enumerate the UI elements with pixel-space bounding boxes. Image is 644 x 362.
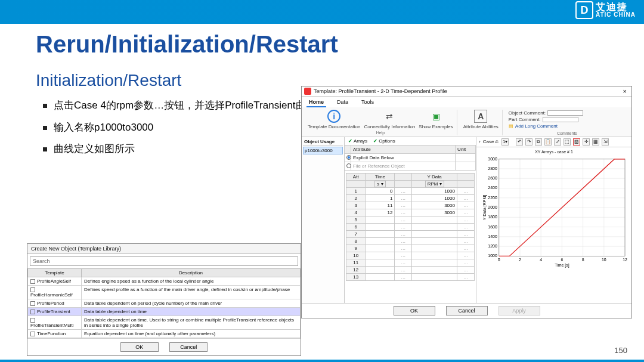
template-doc-button[interactable]: i Template Documentation [308,110,361,129]
data-row[interactable]: 12…… [346,266,475,273]
data-row[interactable]: 7…… [346,230,475,237]
object-usage-header: Object Usage [303,138,343,146]
ok-button[interactable]: OK [394,306,435,315]
data-row[interactable]: 311…3000… [346,202,475,209]
show-examples-button[interactable]: ▣ Show Examples [419,110,453,129]
ydata-unit-select[interactable]: RPM ▾ [425,181,444,187]
brand-cn: 艾迪捷 [596,2,636,12]
group-comments: Comments [557,131,577,135]
tab-data[interactable]: Data [335,98,351,107]
template-row[interactable]: ProfilePeriodData table dependent on per… [28,299,301,308]
col-description: Description [82,269,301,277]
header-bar: D 艾迪捷 ATIC CHINA [0,0,644,24]
close-icon[interactable]: × [621,88,629,95]
dialog-title: Create New Object (Template Library) [27,244,301,254]
svg-text:10: 10 [602,258,606,262]
case-label: Case #: [483,139,500,144]
template-row[interactable]: ProfileHarmonicSelfDefines speed profile… [28,286,301,299]
plot-mode-icon[interactable]: ▧ [573,138,580,146]
time-unit-select[interactable]: s ▾ [374,181,385,187]
cancel-button[interactable]: Cancel [446,306,488,315]
brand-logo: D 艾迪捷 ATIC CHINA [575,1,636,19]
tab-home[interactable]: Home [306,98,326,107]
svg-text:4: 4 [540,258,542,262]
examples-icon: ▣ [429,110,442,123]
apply-button[interactable]: Apply [499,306,540,315]
template-library-dialog: Create New Object (Template Library) Sea… [27,243,301,356]
axes-icon[interactable]: ✛ [583,138,590,146]
attribute-abilities-button[interactable]: A Attribute Abilities [463,110,499,129]
radio-fileref-label: File or Reference Object [351,162,456,170]
col-attribute: Attribute [351,146,456,153]
svg-text:3000: 3000 [488,156,497,160]
template-row[interactable]: TimeFunctionEquation dependent on time (… [28,330,301,338]
undo-icon[interactable]: ↶ [516,138,523,146]
template-row[interactable]: ProfileTransientData table dependent on … [28,308,301,316]
app-icon [304,88,311,95]
brand-badge: D [575,1,593,19]
copy-icon[interactable]: ⧉ [535,138,542,146]
group-help: Help [376,131,385,135]
data-row[interactable]: 412…3000… [346,209,475,216]
subtab-options[interactable]: ✔Options [373,138,395,144]
data-row[interactable]: 13…… [346,273,475,280]
part-comment-input[interactable] [543,117,578,122]
svg-text:1200: 1200 [488,244,497,248]
svg-text:Y Data [RPM]: Y Data [RPM] [482,194,487,219]
check-icon: ✔ [373,138,377,144]
redo-icon[interactable]: ↷ [525,138,532,146]
tab-tools[interactable]: Tools [359,98,376,107]
data-row[interactable]: 11…… [346,259,475,266]
data-row[interactable]: 8…… [346,237,475,245]
data-row[interactable]: 9…… [346,245,475,252]
part-comment-label: Part Comment: [509,116,541,123]
svg-text:2: 2 [519,258,521,262]
data-row[interactable]: 5…… [346,216,475,223]
svg-text:6: 6 [561,258,563,262]
data-row[interactable]: 21…1000… [346,194,475,202]
xy-chart: 0246810121000120014001600180020002200240… [480,155,628,268]
subtab-arrays[interactable]: ✔Arrays [348,138,367,144]
zoom-icon[interactable]: ⤢ [554,138,561,146]
col-ydata: Y Data [412,173,457,180]
col-template: Template [28,269,82,277]
data-table: Att Time Y Data s ▾ RPM ▾ [346,173,475,281]
chart-tool-icon[interactable]: ⬚ [564,138,571,146]
grid-icon[interactable]: ▦ [592,138,599,146]
note-icon: ▤ [509,123,513,129]
info-icon: i [327,110,340,123]
profile-editor-dialog: Template: ProfileTransient - 2-D Time-De… [301,86,632,318]
case-select[interactable]: 1▾ [501,138,509,146]
paste-icon[interactable]: 📋 [544,138,552,146]
col-att: Att [346,173,366,180]
template-row[interactable]: ProfileAngleSelfDefines engine speed as … [28,277,301,286]
connectivity-button[interactable]: ⇄ Connectivity Information [364,110,416,129]
svg-text:2400: 2400 [488,185,497,190]
chart-title: XY Arrays - case # 1 [480,150,628,154]
col-time: Time [366,173,395,180]
add-long-comment-button[interactable]: ▤Add Long Comment [509,123,583,129]
data-row[interactable]: 6…… [346,223,475,230]
svg-text:12: 12 [623,258,627,262]
template-table: Template Description ProfileAngleSelfDef… [27,268,301,338]
col-unit: Unit [456,146,476,153]
connectivity-icon: ⇄ [383,110,396,123]
svg-text:0: 0 [498,258,500,262]
object-usage-item[interactable]: p1000to3000 [303,147,343,154]
data-row[interactable]: 10…… [346,252,475,259]
cancel-button[interactable]: Cancel [169,342,208,352]
data-row[interactable]: 10…1000… [346,187,475,194]
ok-button[interactable]: OK [120,342,159,352]
svg-text:2600: 2600 [488,176,497,180]
search-input[interactable]: Search [30,256,298,266]
svg-text:8: 8 [582,258,584,262]
radio-explicit[interactable] [346,155,351,160]
svg-text:Time [s]: Time [s] [555,263,569,268]
svg-text:1400: 1400 [488,234,497,238]
object-comment-input[interactable] [547,110,583,116]
chevron-down-icon: ▾ [381,181,383,187]
brand-en: ATIC CHINA [596,12,636,18]
radio-fileref[interactable] [346,163,351,168]
export-icon[interactable]: ⇲ [602,138,609,146]
template-row[interactable]: ProfileTransientMultiData table dependen… [28,316,301,330]
